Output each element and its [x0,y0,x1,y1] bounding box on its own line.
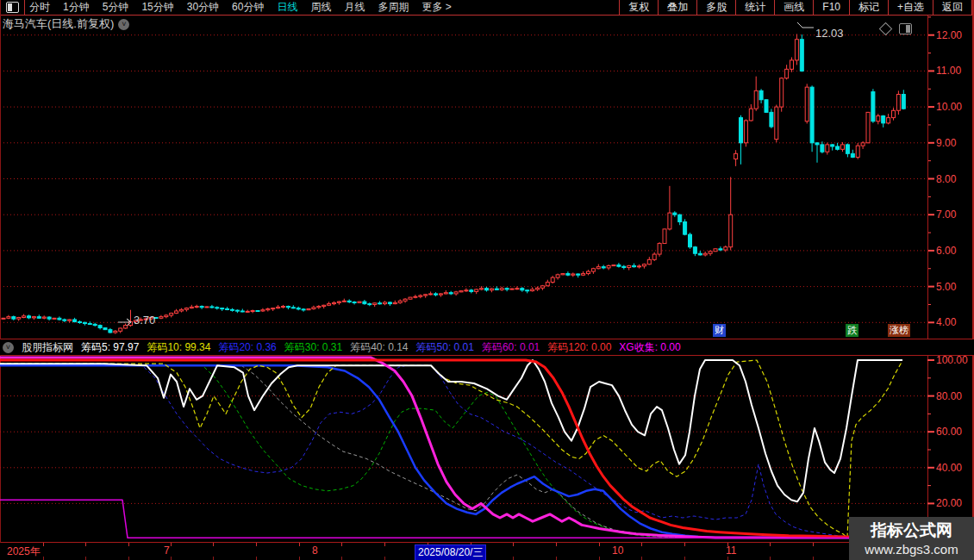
pane-split-icon[interactable] [899,23,912,34]
indicator-line-chip10 [0,360,902,538]
period-tab-更多 >[interactable]: 更多 > [421,0,451,15]
toolbar-button-复权[interactable]: 复权 [619,0,658,15]
toolbar-button-多股[interactable]: 多股 [696,0,735,15]
legend-value: XG收集: 0.00 [619,340,680,355]
page-title: 海马汽车(日线.前复权) [3,16,114,32]
low-price-annotation: 3.70 [134,314,155,327]
chart-title-row: 海马汽车(日线.前复权) ˅ [3,16,129,32]
timeline-tick [171,543,172,546]
toolbar-button-画线[interactable]: 画线 [774,0,813,15]
price-axis-label: 8.00 [936,173,972,185]
timeline-tick [341,543,342,546]
candlestick-chart[interactable] [0,16,974,339]
toolbar-button-+自选[interactable]: +自选 [888,0,933,15]
timeline-tick [43,557,44,560]
legend-value: 筹码10: 99.34 [147,340,210,355]
indicator-axis-label: 20.00 [936,497,972,509]
period-tab-周线[interactable]: 周线 [310,0,331,15]
period-tab-15分钟[interactable]: 15分钟 [141,0,173,15]
timeline-label: 8 [312,544,318,557]
timeline-tick [85,557,86,560]
legend-value: 筹码5: 97.97 [81,340,139,355]
price-axis-label: 12.00 [936,29,972,41]
window-split-icon[interactable] [0,0,25,15]
indicator-line-chip40 [0,365,902,538]
timeline-tick [770,543,771,546]
period-tab-多周期[interactable]: 多周期 [378,0,409,15]
period-tab-1分钟[interactable]: 1分钟 [63,0,90,15]
indicator-axis-label: 80.00 [936,390,972,402]
timeline[interactable]: 2025年782025/08/20/三1011 [0,543,974,560]
watermark: 指标公式网 www.zbgs3.com [849,517,974,560]
timeline-label: 7 [164,544,170,557]
indicator-line-chip30 [0,365,902,538]
toolbar-button-F10[interactable]: F10 [813,0,849,15]
timeline-tick [256,543,257,546]
period-tab-60分钟[interactable]: 60分钟 [232,0,264,15]
timeline-tick [513,543,514,546]
timeline-label: 2025年 [7,544,41,559]
timeline-tick [85,543,86,546]
timeline-tick [213,543,214,546]
timeline-tick [384,557,385,560]
timeline-tick [641,543,642,546]
timeline-tick [513,557,514,560]
badge-跌[interactable]: 跌 [846,324,858,337]
indicator-line-chip20 [0,365,902,538]
badge-涨榜[interactable]: 涨榜 [888,324,910,337]
period-tab-30分钟[interactable]: 30分钟 [187,0,219,15]
indicator-legend: ˅ 股朋指标网 筹码5: 97.97筹码10: 99.34筹码20: 0.36筹… [0,339,974,355]
watermark-url: www.zbgs3.com [849,542,974,557]
indicator-axis-label: 60.00 [936,426,972,438]
timeline-tick [813,557,814,560]
period-tab-日线[interactable]: 日线 [277,0,297,15]
timeline-tick [171,557,172,560]
indicator-source: 股朋指标网 [22,340,73,355]
chevron-down-icon[interactable]: ˅ [3,342,14,353]
indicator-line-chip120 [0,360,902,538]
price-axis-label: 5.00 [936,281,972,293]
price-axis-label: 9.00 [936,137,972,149]
toolbar-button-统计[interactable]: 统计 [735,0,774,15]
period-tabs: 分时1分钟5分钟15分钟30分钟60分钟日线周线月线多周期更多 > [29,0,452,15]
toolbar-button-标记[interactable]: 标记 [849,0,888,15]
timeline-tick [299,557,300,560]
diamond-icon[interactable] [879,22,893,36]
chevron-down-icon[interactable]: ˅ [118,19,129,30]
timeline-tick [770,557,771,560]
price-axis-label: 11.00 [936,65,972,77]
toolbar-actions: 复权叠加多股统计画线F10标记+自选返回 [619,0,972,15]
indicator-axis-label: 100.00 [936,354,972,366]
legend-value: 筹码20: 0.36 [218,340,276,355]
price-axis-label: 6.00 [936,245,972,257]
timeline-tick [213,557,214,560]
legend-value: 筹码120: 0.00 [547,340,611,355]
timeline-tick [684,557,685,560]
timeline-tick [128,543,129,546]
app-window: 分时1分钟5分钟15分钟30分钟60分钟日线周线月线多周期更多 > 复权叠加多股… [0,0,974,560]
chart-corner-icons [881,23,912,34]
timeline-tick [599,557,600,560]
indicator-chart[interactable] [0,356,974,542]
price-axis-label: 4.00 [936,316,972,328]
legend-value: 筹码30: 0.31 [284,340,342,355]
timeline-tick [43,543,44,546]
timeline-tick [813,543,814,546]
timeline-tick [256,557,257,560]
toolbar-button-叠加[interactable]: 叠加 [658,0,696,15]
timeline-tick [684,543,685,546]
legend-value: 筹码50: 0.01 [416,340,474,355]
price-axis-label: 10.00 [936,101,972,113]
toolbar-button-返回[interactable]: 返回 [933,0,972,15]
watermark-title: 指标公式网 [849,520,974,542]
timeline-label: 11 [726,544,736,557]
timeline-tick [727,557,728,560]
timeline-label: 10 [612,544,623,557]
badge-财[interactable]: 财 [713,324,726,337]
price-axis-label: 7.00 [936,208,972,221]
period-tab-分时[interactable]: 分时 [29,0,50,15]
period-tab-月线[interactable]: 月线 [344,0,365,15]
top-toolbar: 分时1分钟5分钟15分钟30分钟60分钟日线周线月线多周期更多 > 复权叠加多股… [0,0,974,16]
period-tab-5分钟[interactable]: 5分钟 [103,0,129,15]
timeline-tick [341,557,342,560]
